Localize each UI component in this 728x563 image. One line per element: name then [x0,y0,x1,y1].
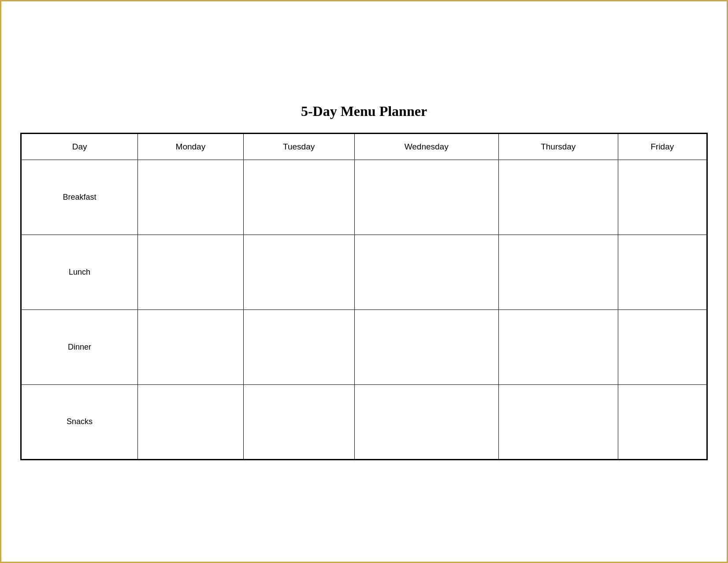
cell-lunch-4[interactable] [618,235,707,309]
meal-label-breakfast: Breakfast [21,160,138,235]
cell-dinner-1[interactable] [243,309,354,384]
header-row: Day Monday Tuesday Wednesday Thursday Fr… [21,133,707,160]
meal-label-lunch: Lunch [21,235,138,309]
cell-dinner-4[interactable] [618,309,707,384]
table-row: Dinner [21,309,707,384]
cell-snacks-1[interactable] [243,384,354,459]
meal-label-snacks: Snacks [21,384,138,459]
cell-lunch-1[interactable] [243,235,354,309]
cell-snacks-4[interactable] [618,384,707,459]
cell-breakfast-1[interactable] [243,160,354,235]
cell-dinner-3[interactable] [498,309,618,384]
page-title: 5-Day Menu Planner [301,103,427,119]
cell-breakfast-2[interactable] [354,160,498,235]
table-row: Breakfast [21,160,707,235]
col-header-wednesday: Wednesday [354,133,498,160]
cell-snacks-3[interactable] [498,384,618,459]
cell-lunch-3[interactable] [498,235,618,309]
col-header-tuesday: Tuesday [243,133,354,160]
cell-snacks-2[interactable] [354,384,498,459]
col-header-day: Day [21,133,138,160]
meal-label-dinner: Dinner [21,309,138,384]
cell-lunch-0[interactable] [138,235,244,309]
cell-dinner-2[interactable] [354,309,498,384]
col-header-friday: Friday [618,133,707,160]
page-container: 5-Day Menu Planner Day Monday Tuesday We… [20,103,708,460]
cell-dinner-0[interactable] [138,309,244,384]
planner-table: Day Monday Tuesday Wednesday Thursday Fr… [20,133,708,460]
cell-snacks-0[interactable] [138,384,244,459]
cell-breakfast-0[interactable] [138,160,244,235]
cell-breakfast-4[interactable] [618,160,707,235]
cell-lunch-2[interactable] [354,235,498,309]
col-header-thursday: Thursday [498,133,618,160]
col-header-monday: Monday [138,133,244,160]
cell-breakfast-3[interactable] [498,160,618,235]
table-row: Lunch [21,235,707,309]
table-row: Snacks [21,384,707,459]
